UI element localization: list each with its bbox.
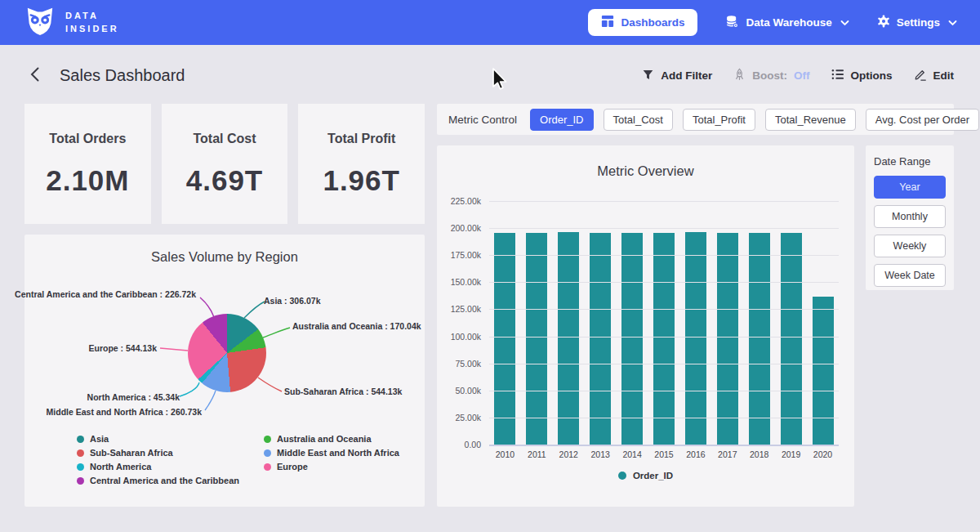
top-navbar: DATA INSIDER Dashboards: [0, 0, 980, 45]
kpi-label: Total Profit: [327, 132, 395, 146]
pie-label-europe: Europe : 544.13k: [89, 343, 157, 353]
legend-item-sub-saharan-africa[interactable]: Sub-Saharan Africa: [77, 448, 239, 458]
brand-logo[interactable]: DATA INSIDER: [24, 6, 119, 40]
y-axis-tick-label: 25.00k: [437, 413, 481, 422]
bar-slot: [775, 201, 807, 445]
bar-chart-title: Metric Overview: [437, 145, 854, 179]
bar-2018[interactable]: [749, 233, 770, 445]
bar-2020[interactable]: [813, 297, 834, 445]
gridline: [489, 337, 839, 338]
metric-button-total-cost[interactable]: Total_Cost: [604, 109, 673, 131]
y-axis-tick-label: 125.00k: [437, 304, 481, 314]
kpi-label: Total Orders: [49, 132, 126, 146]
legend-dot: [264, 449, 271, 457]
legend-item-north-america[interactable]: North America: [77, 462, 239, 472]
date-range-button-year[interactable]: Year: [874, 176, 946, 199]
pie-chart-area: Asia : 306.07k Australia and Oceania : 1…: [24, 276, 425, 434]
boost-label: Boost:: [752, 69, 787, 82]
date-range-button-week-date[interactable]: Week Date: [874, 264, 946, 287]
bar-2015[interactable]: [653, 233, 675, 445]
bar-slot: [743, 201, 775, 445]
bar-2014[interactable]: [621, 233, 643, 445]
kpi-card-total-profit: Total Profit 1.96T: [298, 104, 425, 224]
nav-data-warehouse[interactable]: Data Warehouse: [725, 15, 849, 31]
boost-toggle[interactable]: Boost: Off: [733, 68, 809, 83]
gear-icon: [877, 15, 890, 30]
kpi-card-total-cost: Total Cost 4.69T: [162, 104, 288, 224]
metric-control-bar: Metric Control Order_ID Total_Cost Total…: [437, 104, 954, 135]
x-axis-tick-label: 2013: [585, 449, 617, 459]
y-axis-tick-label: 75.00k: [437, 359, 481, 369]
bar-slot: [553, 201, 585, 445]
bar-chart-card: Metric Overview 201020112012201320142015…: [437, 145, 854, 507]
database-icon: [725, 15, 739, 31]
legend-label: Order_ID: [633, 471, 673, 481]
gridline: [489, 255, 839, 256]
bar-2019[interactable]: [781, 233, 802, 445]
bar-2010[interactable]: [494, 233, 515, 445]
kpi-value: 2.10M: [46, 164, 129, 197]
add-filter-button[interactable]: Add Filter: [642, 69, 712, 83]
bar-2011[interactable]: [526, 233, 547, 445]
brand-line1: DATA: [65, 10, 119, 23]
back-button[interactable]: [26, 65, 43, 87]
legend-dot: [264, 436, 271, 443]
legend-dot: [618, 472, 626, 480]
metric-button-total-revenue[interactable]: Total_Revenue: [765, 109, 856, 131]
metric-control-label: Metric Control: [448, 114, 517, 126]
owl-icon: [24, 6, 56, 40]
bar-2013[interactable]: [590, 233, 611, 445]
pie-label-asia: Asia : 306.07k: [264, 296, 320, 306]
legend-label: Asia: [90, 434, 109, 444]
options-button[interactable]: Options: [831, 69, 893, 83]
nav-dashboards-button[interactable]: Dashboards: [588, 9, 697, 36]
legend-item-europe[interactable]: Europe: [264, 462, 399, 472]
pie-chart-card: Sales Volume by Region Asia : 306.07k Au…: [24, 235, 425, 507]
legend-label: Sub-Saharan Africa: [90, 448, 173, 458]
x-axis-tick-label: 2019: [775, 449, 807, 459]
list-icon: [831, 69, 844, 83]
bar-2017[interactable]: [717, 233, 738, 445]
bar-slot: [617, 201, 648, 445]
bar-slot: [585, 201, 617, 445]
bar-2016[interactable]: [685, 232, 706, 445]
date-range-card: Date Range Year Monthly Weekly Week Date: [866, 145, 954, 290]
nav-data-warehouse-label: Data Warehouse: [746, 16, 831, 29]
chevron-left-icon: [29, 66, 40, 85]
legend-dot: [77, 463, 84, 471]
legend-item-asia[interactable]: Asia: [77, 434, 239, 444]
pie-legend: Asia Sub-Saharan Africa North America Ce…: [77, 434, 425, 485]
bars-row: [489, 201, 839, 445]
gridline: [489, 391, 839, 391]
date-range-button-monthly[interactable]: Monthly: [874, 205, 946, 228]
bar-2012[interactable]: [558, 232, 579, 445]
y-axis-tick-label: 50.00k: [437, 386, 481, 396]
nav-settings[interactable]: Settings: [877, 15, 957, 30]
x-axis-tick-label: 2020: [807, 449, 839, 459]
metric-button-order-id[interactable]: Order_ID: [530, 109, 593, 131]
legend-label: Australia and Oceania: [277, 434, 372, 444]
y-axis-tick-label: 225.00k: [437, 196, 481, 206]
legend-item-central-america-caribbean[interactable]: Central America and the Caribbean: [77, 476, 239, 485]
boost-value: Off: [794, 69, 810, 82]
metric-button-total-profit[interactable]: Total_Profit: [683, 109, 755, 131]
legend-item-middle-east-north-africa[interactable]: Middle East and North Africa: [264, 448, 399, 458]
pie-label-north-america: North America : 45.34k: [87, 392, 180, 402]
options-label: Options: [851, 69, 893, 82]
metric-button-avg-cost-per-order[interactable]: Avg. Cost per Order: [866, 109, 979, 131]
gridline: [489, 309, 839, 310]
legend-item-australia-oceania[interactable]: Australia and Oceania: [264, 434, 399, 444]
pie-label-sub-saharan-africa: Sub-Saharan Africa : 544.13k: [284, 387, 402, 396]
edit-button[interactable]: Edit: [914, 68, 955, 83]
x-axis-tick-label: 2014: [617, 449, 648, 459]
legend-dot: [77, 449, 84, 457]
y-axis-tick-label: 175.00k: [437, 250, 481, 260]
gridline: [489, 364, 839, 364]
date-range-button-weekly[interactable]: Weekly: [874, 235, 946, 257]
pie[interactable]: [188, 314, 266, 392]
kpi-card-total-orders: Total Orders 2.10M: [24, 104, 151, 224]
gridline: [489, 282, 839, 283]
bar-chart-legend[interactable]: Order_ID: [437, 471, 854, 481]
dashboards-icon: [601, 15, 614, 30]
bar-plot: [489, 201, 839, 445]
